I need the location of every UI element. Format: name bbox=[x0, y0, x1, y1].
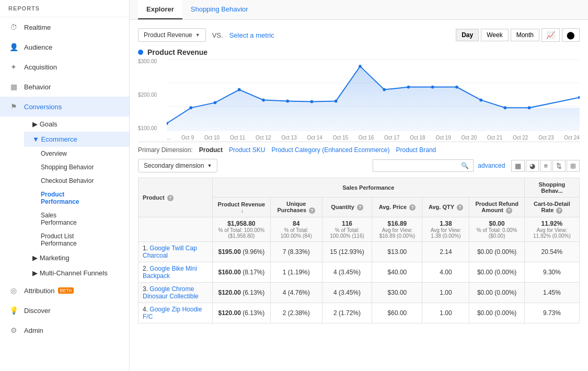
row2-refund: $0.00 (0.00%) bbox=[469, 262, 524, 283]
row1-refund: $0.00 (0.00%) bbox=[469, 242, 524, 262]
x-label-oct19: Oct 19 bbox=[435, 135, 451, 141]
sidebar-item-marketing[interactable]: ▶ Marketing bbox=[24, 250, 129, 265]
dim-product[interactable]: Product bbox=[199, 146, 223, 154]
svg-point-11 bbox=[359, 65, 362, 68]
col-product-revenue[interactable]: Product Revenue ↓ bbox=[212, 198, 270, 217]
search-input[interactable] bbox=[377, 162, 461, 169]
x-label-oct22: Oct 22 bbox=[513, 135, 528, 141]
select-metric-link[interactable]: Select a metric bbox=[229, 31, 274, 39]
row1-revenue: $195.00 (9.96%) bbox=[212, 242, 270, 262]
dim-product-sku[interactable]: Product SKU bbox=[229, 146, 265, 154]
sidebar-item-attribution[interactable]: ◎ Attribution BETA bbox=[0, 281, 129, 300]
row4-avg-qty: 1.00 bbox=[422, 303, 469, 323]
sidebar-item-discover[interactable]: 💡 Discover bbox=[0, 300, 129, 320]
sidebar-item-overview[interactable]: Overview bbox=[32, 147, 129, 160]
chart-legend: Product Revenue bbox=[138, 48, 580, 56]
row3-avg-price: $30.00 bbox=[372, 283, 422, 303]
sidebar-item-realtime[interactable]: ⏱ Realtime bbox=[0, 17, 129, 37]
sidebar-item-admin[interactable]: ⚙ Admin bbox=[0, 320, 129, 340]
row4-revenue: $120.00 (6.13%) bbox=[212, 303, 270, 323]
vs-label: VS. bbox=[212, 31, 223, 39]
row1-num-product: 1. Google Twill Cap Charcoal bbox=[139, 242, 213, 262]
x-label-oct10: Oct 10 bbox=[204, 135, 220, 141]
sidebar-item-multi-channel[interactable]: ▶ Multi-Channel Funnels bbox=[24, 265, 129, 281]
dim-product-category[interactable]: Product Category (Enhanced Ecommerce) bbox=[271, 146, 389, 154]
x-label-oct20: Oct 20 bbox=[462, 135, 477, 141]
pie-view-btn[interactable]: ◕ bbox=[526, 160, 539, 172]
metric-selected-label: Product Revenue bbox=[144, 31, 192, 39]
avg-price-help[interactable]: ? bbox=[409, 204, 416, 211]
unique-purchases-help[interactable]: ? bbox=[309, 207, 315, 214]
sidebar-item-behavior[interactable]: ▦ Behavior bbox=[0, 77, 129, 97]
sidebar-goals-section: ▶ Goals ▼ Ecommerce Overview Shopping Be… bbox=[0, 117, 129, 281]
row3-revenue: $120.00 (6.13%) bbox=[212, 283, 270, 303]
beta-badge: BETA bbox=[58, 287, 74, 294]
table-row: 4. Google Zip Hoodie F/C $120.00 (6.13%)… bbox=[139, 303, 580, 323]
search-icon[interactable]: 🔍 bbox=[461, 162, 469, 169]
pivot-view-btn[interactable]: ⊞ bbox=[567, 160, 580, 172]
col-unique-purchases: Unique Purchases ? bbox=[270, 198, 322, 217]
time-btn-month[interactable]: Month bbox=[511, 29, 539, 41]
svg-point-10 bbox=[335, 99, 338, 102]
sidebar-label-discover: Discover bbox=[24, 307, 51, 315]
row4-cart: 9.73% bbox=[524, 303, 579, 323]
time-btn-week[interactable]: Week bbox=[481, 29, 508, 41]
sidebar-item-ecommerce[interactable]: ▼ Ecommerce bbox=[24, 132, 129, 147]
list-view-btn[interactable]: ≡ bbox=[540, 160, 551, 172]
sidebar-item-goals[interactable]: ▶ Goals bbox=[24, 117, 129, 132]
sidebar-header: REPORTS bbox=[0, 0, 129, 17]
grid-view-btn[interactable]: ▦ bbox=[511, 160, 525, 172]
table-row: 1. Google Twill Cap Charcoal $195.00 (9.… bbox=[139, 242, 580, 262]
chart-pie-icon-btn[interactable]: ⬤ bbox=[562, 28, 580, 42]
secondary-dimension-label: Secondary dimension bbox=[144, 162, 204, 169]
row2-revenue: $160.00 (8.17%) bbox=[212, 262, 270, 283]
sidebar-item-checkout-behavior[interactable]: Checkout Behavior bbox=[32, 174, 129, 188]
col-quantity: Quantity ? bbox=[322, 198, 372, 217]
total-avg-price: $16.89 Avg for View: $16.89 (0.00%) bbox=[372, 217, 422, 242]
chart-line-icon-btn[interactable]: 📈 bbox=[541, 28, 560, 42]
tab-shopping-behavior[interactable]: Shopping Behavior bbox=[182, 0, 257, 19]
behavior-icon: ▦ bbox=[8, 82, 19, 92]
time-btn-day[interactable]: Day bbox=[456, 29, 479, 41]
avg-qty-help[interactable]: ? bbox=[457, 204, 463, 211]
row4-unique: 2 (2.38%) bbox=[270, 303, 322, 323]
metric-dropdown[interactable]: Product Revenue ▼ bbox=[138, 28, 206, 42]
admin-icon: ⚙ bbox=[8, 325, 19, 335]
secondary-dimension-dropdown[interactable]: Secondary dimension ▼ bbox=[138, 159, 217, 172]
tab-explorer[interactable]: Explorer bbox=[138, 0, 182, 19]
sidebar-item-product-performance[interactable]: Product Performance bbox=[32, 188, 129, 208]
total-unique-purchases: 84 % of Total: 100.00% (84) bbox=[270, 217, 322, 242]
row3-product-link[interactable]: Google Chrome Dinosaur Collectible bbox=[143, 285, 199, 300]
total-avg-qty: 1.38 Avg for View: 1.38 (0.00%) bbox=[422, 217, 469, 242]
row3-cart: 1.45% bbox=[524, 283, 579, 303]
row2-cart: 9.30% bbox=[524, 262, 579, 283]
sidebar-item-conversions[interactable]: ⚑ Conversions bbox=[0, 97, 129, 117]
row1-product-link[interactable]: Google Twill Cap Charcoal bbox=[143, 245, 197, 259]
row4-product-link[interactable]: Google Zip Hoodie F/C bbox=[143, 306, 202, 320]
dim-product-brand[interactable]: Product Brand bbox=[396, 146, 436, 154]
sidebar-item-shopping-behavior[interactable]: Shopping Behavior bbox=[32, 160, 129, 174]
sidebar-item-product-list-performance[interactable]: Product ListPerformance bbox=[32, 229, 129, 250]
content-area: Product Revenue ▼ VS. Select a metric Da… bbox=[130, 20, 588, 332]
total-product-cell bbox=[139, 217, 213, 242]
cart-to-detail-help[interactable]: ? bbox=[556, 207, 562, 214]
quantity-help[interactable]: ? bbox=[357, 204, 363, 211]
row2-num-product: 2. Google Bike Mini Backpack bbox=[139, 262, 213, 283]
product-help[interactable]: ? bbox=[167, 195, 174, 201]
y-label-100: $100.00 bbox=[138, 125, 165, 131]
product-refund-help[interactable]: ? bbox=[506, 207, 512, 214]
sidebar-label-acquisition: Acquisition bbox=[24, 63, 57, 71]
sidebar-item-acquisition[interactable]: ✦ Acquisition bbox=[0, 57, 129, 77]
row2-avg-price: $40.00 bbox=[372, 262, 422, 283]
compare-view-btn[interactable]: ⇅ bbox=[552, 160, 566, 172]
ecommerce-subitems: Overview Shopping Behavior Checkout Beha… bbox=[24, 147, 129, 250]
data-table: Product ? Sales Performance Shopping Beh… bbox=[138, 178, 580, 323]
svg-point-19 bbox=[578, 96, 580, 99]
sidebar-item-sales-performance[interactable]: SalesPerformance bbox=[32, 208, 129, 229]
sidebar-item-audience[interactable]: 👤 Audience bbox=[0, 37, 129, 57]
row2-product-link[interactable]: Google Bike Mini Backpack bbox=[143, 265, 197, 280]
svg-point-6 bbox=[238, 88, 241, 91]
secondary-dimension-row: Secondary dimension ▼ 🔍 advanced ▦ ◕ ≡ ⇅… bbox=[138, 159, 580, 172]
col-cart-to-detail: Cart-to-Detail Rate ? bbox=[524, 198, 579, 217]
advanced-link[interactable]: advanced bbox=[478, 162, 505, 169]
